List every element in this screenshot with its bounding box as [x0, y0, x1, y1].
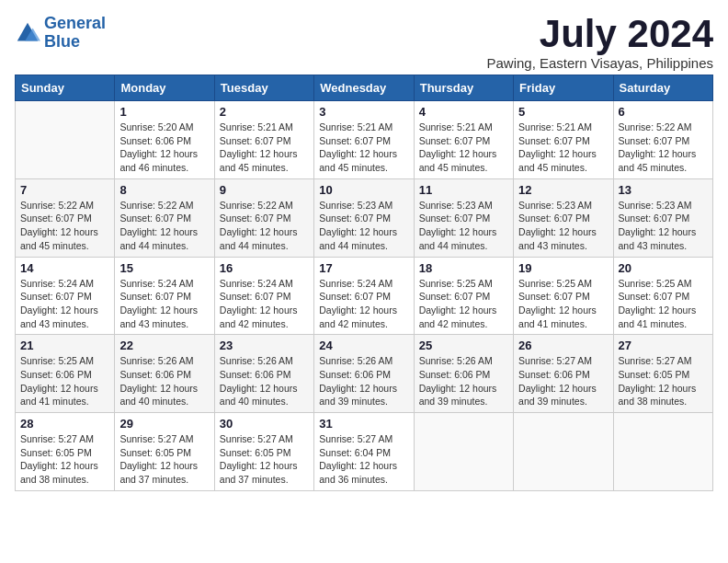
calendar-cell: 7Sunrise: 5:22 AM Sunset: 6:07 PM Daylig… — [16, 178, 115, 257]
weekday-header: Thursday — [414, 75, 513, 101]
day-number: 13 — [619, 183, 708, 197]
day-number: 7 — [20, 183, 109, 197]
calendar-cell: 23Sunrise: 5:26 AM Sunset: 6:06 PM Dayli… — [214, 335, 313, 413]
calendar-cell: 28Sunrise: 5:27 AM Sunset: 6:05 PM Dayli… — [16, 413, 115, 491]
day-number: 29 — [119, 417, 209, 431]
calendar-cell: 6Sunrise: 5:22 AM Sunset: 6:07 PM Daylig… — [613, 101, 712, 179]
calendar-cell: 3Sunrise: 5:21 AM Sunset: 6:07 PM Daylig… — [314, 101, 414, 179]
day-info: Sunrise: 5:22 AM Sunset: 6:07 PM Dayligh… — [220, 199, 309, 253]
day-info: Sunrise: 5:21 AM Sunset: 6:07 PM Dayligh… — [518, 121, 608, 175]
weekday-header: Friday — [514, 75, 613, 101]
calendar-cell: 13Sunrise: 5:23 AM Sunset: 6:07 PM Dayli… — [613, 178, 712, 257]
calendar-cell: 9Sunrise: 5:22 AM Sunset: 6:07 PM Daylig… — [214, 178, 313, 257]
calendar-cell: 15Sunrise: 5:24 AM Sunset: 6:07 PM Dayli… — [115, 257, 214, 335]
day-info: Sunrise: 5:21 AM Sunset: 6:07 PM Dayligh… — [220, 121, 309, 175]
calendar-week-row: 21Sunrise: 5:25 AM Sunset: 6:06 PM Dayli… — [16, 335, 713, 413]
day-info: Sunrise: 5:27 AM Sunset: 6:06 PM Dayligh… — [518, 354, 608, 408]
day-info: Sunrise: 5:27 AM Sunset: 6:05 PM Dayligh… — [119, 432, 209, 487]
day-info: Sunrise: 5:25 AM Sunset: 6:07 PM Dayligh… — [518, 277, 608, 331]
day-info: Sunrise: 5:27 AM Sunset: 6:05 PM Dayligh… — [20, 432, 109, 487]
day-info: Sunrise: 5:27 AM Sunset: 6:05 PM Dayligh… — [619, 354, 708, 408]
day-info: Sunrise: 5:20 AM Sunset: 6:06 PM Dayligh… — [119, 121, 209, 175]
logo-icon — [15, 20, 40, 46]
calendar-week-row: 7Sunrise: 5:22 AM Sunset: 6:07 PM Daylig… — [16, 178, 713, 257]
day-number: 23 — [220, 339, 309, 352]
day-info: Sunrise: 5:23 AM Sunset: 6:07 PM Dayligh… — [419, 199, 508, 253]
day-number: 8 — [119, 183, 209, 197]
day-info: Sunrise: 5:21 AM Sunset: 6:07 PM Dayligh… — [419, 121, 508, 175]
calendar-week-row: 14Sunrise: 5:24 AM Sunset: 6:07 PM Dayli… — [16, 257, 713, 335]
day-info: Sunrise: 5:24 AM Sunset: 6:07 PM Dayligh… — [20, 277, 109, 331]
calendar-cell — [613, 413, 712, 491]
calendar-cell: 1Sunrise: 5:20 AM Sunset: 6:06 PM Daylig… — [115, 101, 214, 179]
day-number: 3 — [319, 105, 408, 119]
day-number: 26 — [518, 339, 608, 352]
day-info: Sunrise: 5:25 AM Sunset: 6:06 PM Dayligh… — [20, 354, 109, 408]
day-number: 17 — [319, 261, 408, 275]
location-subtitle: Pawing, Eastern Visayas, Philippines — [486, 55, 713, 71]
calendar-cell — [414, 413, 513, 491]
day-info: Sunrise: 5:26 AM Sunset: 6:06 PM Dayligh… — [119, 354, 209, 408]
day-info: Sunrise: 5:27 AM Sunset: 6:04 PM Dayligh… — [319, 432, 408, 487]
day-number: 22 — [119, 339, 209, 352]
calendar-cell: 31Sunrise: 5:27 AM Sunset: 6:04 PM Dayli… — [314, 413, 414, 491]
day-info: Sunrise: 5:24 AM Sunset: 6:07 PM Dayligh… — [319, 277, 408, 331]
calendar-week-row: 28Sunrise: 5:27 AM Sunset: 6:05 PM Dayli… — [16, 413, 713, 491]
month-title: July 2024 — [486, 15, 713, 53]
day-number: 27 — [619, 339, 708, 352]
calendar-cell: 19Sunrise: 5:25 AM Sunset: 6:07 PM Dayli… — [514, 257, 613, 335]
day-number: 18 — [419, 261, 508, 275]
day-info: Sunrise: 5:22 AM Sunset: 6:07 PM Dayligh… — [20, 199, 109, 253]
calendar-cell: 17Sunrise: 5:24 AM Sunset: 6:07 PM Dayli… — [314, 257, 414, 335]
logo-line1: General — [44, 14, 106, 32]
calendar-cell: 2Sunrise: 5:21 AM Sunset: 6:07 PM Daylig… — [214, 101, 313, 179]
calendar-cell — [514, 413, 613, 491]
day-info: Sunrise: 5:23 AM Sunset: 6:07 PM Dayligh… — [319, 199, 408, 253]
day-info: Sunrise: 5:25 AM Sunset: 6:07 PM Dayligh… — [419, 277, 508, 331]
calendar-cell: 12Sunrise: 5:23 AM Sunset: 6:07 PM Dayli… — [514, 178, 613, 257]
day-number: 10 — [319, 183, 408, 197]
calendar-cell: 26Sunrise: 5:27 AM Sunset: 6:06 PM Dayli… — [514, 335, 613, 413]
calendar-cell: 16Sunrise: 5:24 AM Sunset: 6:07 PM Dayli… — [214, 257, 313, 335]
day-info: Sunrise: 5:22 AM Sunset: 6:07 PM Dayligh… — [119, 199, 209, 253]
day-number: 5 — [518, 105, 608, 119]
calendar-cell: 20Sunrise: 5:25 AM Sunset: 6:07 PM Dayli… — [613, 257, 712, 335]
day-number: 28 — [20, 417, 109, 431]
calendar-cell: 8Sunrise: 5:22 AM Sunset: 6:07 PM Daylig… — [115, 178, 214, 257]
weekday-header: Monday — [115, 75, 214, 101]
page-header: General Blue July 2024 Pawing, Eastern V… — [15, 15, 713, 71]
day-number: 16 — [220, 261, 309, 275]
calendar-cell: 18Sunrise: 5:25 AM Sunset: 6:07 PM Dayli… — [414, 257, 513, 335]
weekday-header: Saturday — [613, 75, 712, 101]
weekday-header-row: SundayMondayTuesdayWednesdayThursdayFrid… — [16, 75, 713, 101]
day-info: Sunrise: 5:24 AM Sunset: 6:07 PM Dayligh… — [220, 277, 309, 331]
day-info: Sunrise: 5:26 AM Sunset: 6:06 PM Dayligh… — [319, 354, 408, 408]
day-number: 6 — [619, 105, 708, 119]
day-number: 20 — [619, 261, 708, 275]
calendar-cell: 27Sunrise: 5:27 AM Sunset: 6:05 PM Dayli… — [613, 335, 712, 413]
day-info: Sunrise: 5:23 AM Sunset: 6:07 PM Dayligh… — [518, 199, 608, 253]
title-block: July 2024 Pawing, Eastern Visayas, Phili… — [486, 15, 713, 71]
weekday-header: Sunday — [16, 75, 115, 101]
weekday-header: Wednesday — [314, 75, 414, 101]
day-number: 11 — [419, 183, 508, 197]
day-number: 14 — [20, 261, 109, 275]
day-info: Sunrise: 5:27 AM Sunset: 6:05 PM Dayligh… — [220, 432, 309, 487]
calendar-cell: 25Sunrise: 5:26 AM Sunset: 6:06 PM Dayli… — [414, 335, 513, 413]
day-info: Sunrise: 5:26 AM Sunset: 6:06 PM Dayligh… — [419, 354, 508, 408]
calendar-week-row: 1Sunrise: 5:20 AM Sunset: 6:06 PM Daylig… — [16, 101, 713, 179]
day-number: 15 — [119, 261, 209, 275]
calendar-cell: 10Sunrise: 5:23 AM Sunset: 6:07 PM Dayli… — [314, 178, 414, 257]
weekday-header: Tuesday — [214, 75, 313, 101]
calendar-table: SundayMondayTuesdayWednesdayThursdayFrid… — [15, 75, 713, 491]
day-number: 30 — [220, 417, 309, 431]
calendar-cell — [16, 101, 115, 179]
calendar-cell: 21Sunrise: 5:25 AM Sunset: 6:06 PM Dayli… — [16, 335, 115, 413]
calendar-cell: 29Sunrise: 5:27 AM Sunset: 6:05 PM Dayli… — [115, 413, 214, 491]
day-number: 12 — [518, 183, 608, 197]
logo-line2: Blue — [44, 32, 80, 51]
day-number: 24 — [319, 339, 408, 352]
calendar-cell: 4Sunrise: 5:21 AM Sunset: 6:07 PM Daylig… — [414, 101, 513, 179]
day-info: Sunrise: 5:22 AM Sunset: 6:07 PM Dayligh… — [619, 121, 708, 175]
calendar-cell: 30Sunrise: 5:27 AM Sunset: 6:05 PM Dayli… — [214, 413, 313, 491]
